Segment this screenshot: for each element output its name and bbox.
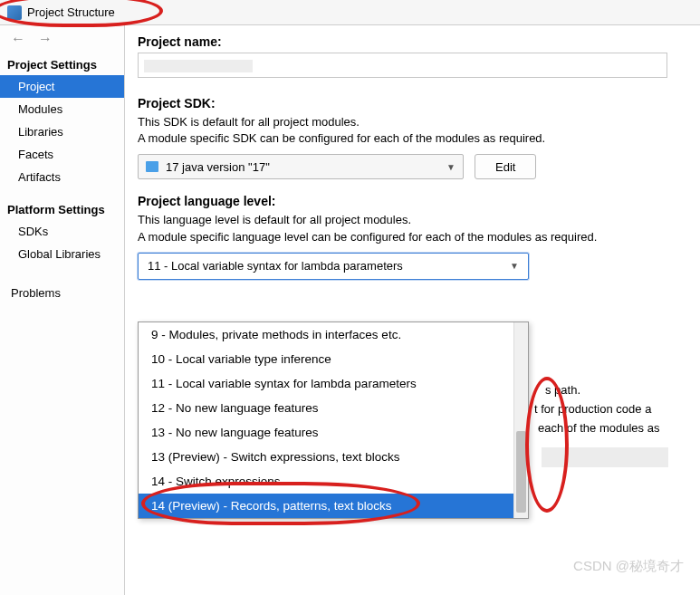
sidebar-header-platform-settings: Platform Settings	[0, 197, 124, 220]
watermark: CSDN @秘境奇才	[573, 558, 684, 575]
dropdown-option[interactable]: 12 - No new language features	[139, 396, 513, 420]
sdk-desc-1: This SDK is default for all project modu…	[138, 114, 700, 130]
dropdown-option[interactable]: 10 - Local variable type inference	[139, 347, 513, 371]
forward-icon[interactable]: →	[38, 31, 53, 47]
sdk-desc-2: A module specific SDK can be configured …	[138, 130, 700, 147]
project-name-label: Project name:	[138, 34, 700, 49]
folder-icon	[146, 161, 158, 172]
sidebar-item-artifacts[interactable]: Artifacts	[0, 166, 124, 188]
dropdown-option[interactable]: 14 (Preview) - Records, patterns, text b…	[139, 494, 513, 518]
scroll-thumb[interactable]	[516, 431, 526, 513]
chevron-down-icon: ▼	[510, 261, 519, 271]
dropdown-list: 9 - Modules, private methods in interfac…	[139, 322, 513, 518]
language-level-value: 11 - Local variable syntax for lambda pa…	[148, 259, 403, 273]
sdk-value: 17 java version "17"	[166, 160, 270, 174]
sidebar-item-modules[interactable]: Modules	[0, 98, 124, 120]
chevron-down-icon: ▼	[446, 162, 455, 172]
lang-desc-1: This language level is default for all p…	[138, 212, 700, 228]
app-icon	[7, 5, 22, 20]
dropdown-option[interactable]: 9 - Modules, private methods in interfac…	[139, 322, 513, 347]
sidebar-item-sdks[interactable]: SDKs	[0, 220, 124, 243]
titlebar: Project Structure	[0, 0, 700, 25]
sdk-label: Project SDK:	[138, 96, 700, 110]
main-panel: Project name: Project SDK: This SDK is d…	[125, 25, 700, 595]
sidebar-item-problems[interactable]: Problems	[0, 282, 124, 304]
sidebar-item-global-libraries[interactable]: Global Libraries	[0, 243, 124, 265]
edit-button[interactable]: Edit	[475, 154, 536, 179]
dropdown-option[interactable]: 14 - Switch expressions	[139, 469, 513, 494]
blurred-box	[542, 447, 668, 467]
blurred-value	[144, 60, 253, 72]
sidebar-item-libraries[interactable]: Libraries	[0, 120, 124, 143]
window-title: Project Structure	[27, 5, 115, 19]
bg-text-3: each of the modules as	[538, 421, 659, 435]
sidebar: ← → Project Settings Project Modules Lib…	[0, 25, 125, 595]
bg-text-2: t for production code a	[534, 402, 651, 416]
language-level-select[interactable]: 11 - Local variable syntax for lambda pa…	[138, 253, 529, 280]
dropdown-option[interactable]: 11 - Local variable syntax for lambda pa…	[139, 371, 513, 396]
language-level-dropdown: 9 - Modules, private methods in interfac…	[138, 321, 529, 519]
nav-arrows: ← →	[0, 25, 124, 53]
sidebar-item-project[interactable]: Project	[0, 75, 124, 98]
dropdown-option[interactable]: 13 (Preview) - Switch expressions, text …	[139, 445, 513, 469]
bg-text-1: s path.	[545, 383, 580, 397]
lang-desc-2: A module specific language level can be …	[138, 229, 700, 245]
sdk-select[interactable]: 17 java version "17" ▼	[138, 154, 464, 179]
back-icon[interactable]: ←	[11, 31, 25, 47]
sidebar-item-facets[interactable]: Facets	[0, 143, 124, 166]
project-name-input[interactable]	[138, 53, 667, 78]
lang-level-label: Project language level:	[138, 194, 700, 208]
dropdown-scrollbar[interactable]	[513, 322, 528, 518]
dropdown-option[interactable]: 13 - No new language features	[139, 420, 513, 445]
sidebar-header-project-settings: Project Settings	[0, 53, 124, 75]
main-container: ← → Project Settings Project Modules Lib…	[0, 25, 700, 595]
